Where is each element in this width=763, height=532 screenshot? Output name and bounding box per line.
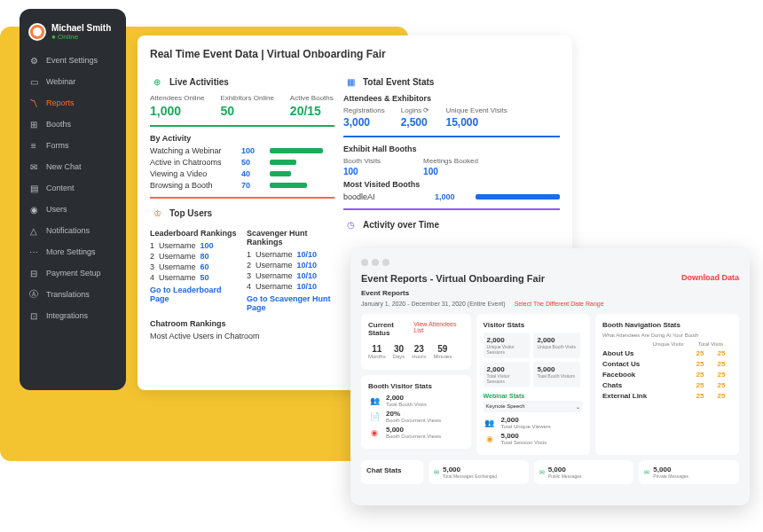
reports-title: Event Reports - Virtual Onboarding Fair (361, 273, 604, 284)
nav-forms[interactable]: ≡Forms (20, 135, 126, 156)
profile-status: ● Online (51, 33, 111, 41)
globe-icon: ⊕ (150, 74, 164, 89)
chat-icon: ✉ (434, 469, 439, 476)
select-date-link[interactable]: Select The Different Date Range (515, 301, 604, 307)
view-attendees-link[interactable]: View Attendees List (413, 321, 463, 340)
nav-icon: ⊟ (28, 268, 39, 278)
profile[interactable]: Michael Smith ● Online (20, 18, 126, 46)
window-dots (361, 259, 739, 266)
chat-icon: ✉ (644, 469, 649, 476)
nav-notifications[interactable]: △Notifications (20, 220, 126, 241)
nav-icon: ◉ (28, 204, 39, 215)
leaderboard-link[interactable]: Go to Leaderboard Page (150, 286, 238, 303)
nav-icon: ⋯ (28, 246, 39, 257)
nav-booths[interactable]: ⊞Booths (20, 113, 126, 135)
nav-translations[interactable]: ⒶTranslations (20, 284, 126, 305)
chat-icon: ✉ (539, 469, 545, 476)
nav-icon: ≡ (28, 140, 39, 151)
nav-integrations[interactable]: ⊡Integrations (20, 305, 126, 326)
nav-reports[interactable]: 〽Reports (20, 92, 126, 113)
sidebar: Michael Smith ● Online ⚙Event Settings▭W… (20, 9, 126, 390)
nav-webinar[interactable]: ▭Webinar (20, 71, 126, 92)
nav-icon: ⚙ (28, 55, 39, 66)
profile-name: Michael Smith (51, 23, 111, 33)
webinar-select[interactable]: Keynote Speech⌄ (484, 401, 583, 412)
stat-icon: 👥 (368, 395, 381, 407)
chart-icon: ▦ (343, 74, 358, 89)
page-title: Real Time Event Data | Virtual Onboardin… (150, 48, 560, 60)
nav-icon: ▤ (28, 183, 39, 193)
nav-more-settings[interactable]: ⋯More Settings (20, 241, 126, 262)
nav-icon: ⊡ (28, 310, 39, 321)
nav-icon: 〽 (28, 98, 39, 108)
nav-icon: △ (28, 225, 39, 236)
clock-icon: ◷ (343, 217, 358, 231)
nav-icon: ✉ (28, 161, 39, 172)
nav-icon: ▭ (28, 76, 39, 87)
chevron-down-icon: ⌄ (576, 403, 580, 410)
nav-icon: ⊞ (28, 119, 39, 129)
nav-users[interactable]: ◉Users (20, 199, 126, 220)
nav-content[interactable]: ▤Content (20, 177, 126, 199)
trophy-icon: ♔ (150, 206, 164, 220)
stat-icon: ◉ (368, 426, 381, 439)
nav-event-settings[interactable]: ⚙Event Settings (20, 50, 126, 71)
stat-icon: ◉ (484, 433, 496, 445)
stat-icon: 👥 (484, 417, 496, 429)
nav-icon: Ⓐ (28, 289, 39, 300)
nav-new-chat[interactable]: ✉New Chat (20, 156, 126, 177)
reports-card: Event Reports - Virtual Onboarding Fair … (350, 248, 750, 505)
scavenger-link[interactable]: Go to Scavenger Hunt Page (247, 294, 334, 312)
stat-icon: 📄 (368, 411, 381, 423)
download-button[interactable]: Download Data (681, 273, 739, 282)
nav-payment-setup[interactable]: ⊟Payment Setup (20, 262, 126, 284)
avatar (28, 23, 46, 41)
